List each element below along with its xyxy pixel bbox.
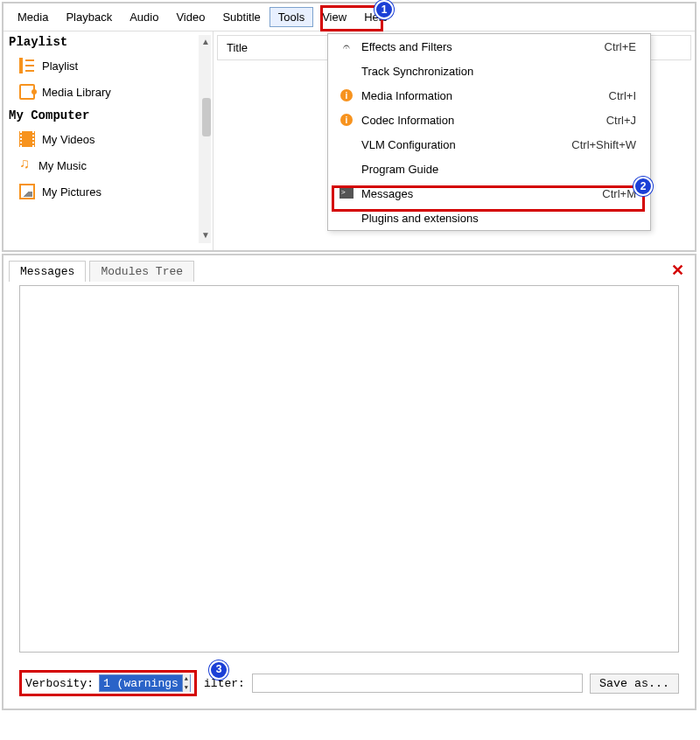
- tools-dropdown: 𝄐 Effects and Filters Ctrl+E Track Synch…: [327, 33, 651, 231]
- library-icon: [19, 84, 35, 100]
- dialog-bottom-bar: Verbosity: 1 (warnings ▲▼ 3 ilter: Save …: [4, 661, 695, 709]
- menu-media[interactable]: Media: [9, 7, 57, 27]
- scroll-down-icon[interactable]: ▼: [201, 230, 210, 240]
- tools-item-media-info[interactable]: i Media Information Ctrl+I: [328, 83, 650, 108]
- music-icon: [19, 157, 32, 173]
- blank-icon: [337, 137, 356, 151]
- menu-view[interactable]: View: [313, 7, 355, 27]
- menu-playback[interactable]: Playback: [57, 7, 121, 27]
- verbosity-label: Verbosity:: [25, 677, 94, 690]
- menu-subtitle[interactable]: Subtitle: [214, 7, 269, 27]
- verbosity-spinner[interactable]: 1 (warnings ▲▼: [99, 674, 191, 692]
- tools-item-label: Codec Information: [356, 114, 606, 127]
- sidebar-item-label: Playlist: [42, 59, 78, 73]
- tools-item-program-guide[interactable]: Program Guide: [328, 157, 650, 181]
- annotation-badge-1: 1: [374, 0, 394, 19]
- terminal-icon: [340, 188, 354, 199]
- tools-item-vlm[interactable]: VLM Configuration Ctrl+Shift+W: [328, 132, 650, 157]
- menu-tools[interactable]: Tools: [270, 7, 313, 27]
- sidebar-section-playlist: Playlist: [4, 31, 213, 52]
- tools-item-label: Media Information: [356, 89, 609, 102]
- sliders-icon: 𝄐: [337, 39, 356, 53]
- filter-input[interactable]: [252, 674, 583, 693]
- menubar: Media Playback Audio Video Subtitle Tool…: [4, 3, 695, 31]
- tools-item-label: VLM Configuration: [356, 138, 571, 151]
- sidebar-item-label: My Pictures: [42, 185, 102, 199]
- scroll-up-icon[interactable]: ▲: [201, 37, 210, 46]
- orange-info-icon: i: [340, 114, 353, 126]
- playlist-icon: [19, 58, 35, 73]
- tools-item-label: Messages: [356, 187, 602, 200]
- verbosity-value: 1 (warnings: [100, 677, 182, 690]
- scroll-thumb[interactable]: [202, 98, 211, 136]
- orange-info-icon: i: [340, 89, 353, 101]
- annotation-badge-3: 3: [209, 660, 228, 680]
- messages-dialog: Messages Modules Tree ✕ Verbosity: 1 (wa…: [2, 254, 696, 710]
- tools-item-shortcut: Ctrl+J: [606, 114, 641, 127]
- spin-up-icon[interactable]: ▲: [183, 674, 190, 683]
- sidebar-item-playlist[interactable]: Playlist: [4, 52, 213, 79]
- menu-audio[interactable]: Audio: [121, 7, 167, 27]
- sidebar-scrollbar[interactable]: ▲ ▼: [199, 35, 211, 243]
- pictures-icon: [19, 184, 35, 199]
- sidebar-item-label: My Music: [38, 159, 87, 172]
- tools-item-label: Program Guide: [356, 163, 636, 176]
- tools-item-plugins[interactable]: Plugins and extensions: [328, 206, 650, 230]
- tools-item-label: Track Synchronization: [356, 65, 636, 78]
- spin-down-icon[interactable]: ▼: [183, 683, 190, 692]
- tools-item-messages[interactable]: Messages Ctrl+M: [328, 181, 650, 206]
- sidebar-item-label: Media Library: [42, 86, 111, 99]
- tab-modules-tree[interactable]: Modules Tree: [89, 261, 194, 282]
- video-icon: [19, 131, 35, 147]
- tools-item-shortcut: Ctrl+E: [605, 40, 641, 53]
- save-as-button[interactable]: Save as...: [590, 674, 679, 694]
- tab-messages[interactable]: Messages: [9, 261, 86, 282]
- tools-item-codec-info[interactable]: i Codec Information Ctrl+J: [328, 108, 650, 132]
- filter-label: ilter:: [204, 677, 245, 690]
- sidebar-item-my-videos[interactable]: My Videos: [4, 126, 213, 152]
- menu-video[interactable]: Video: [167, 7, 214, 27]
- tools-item-effects[interactable]: 𝄐 Effects and Filters Ctrl+E: [328, 34, 650, 59]
- annotation-badge-2: 2: [634, 177, 653, 196]
- vlc-main-window: Media Playback Audio Video Subtitle Tool…: [2, 2, 696, 252]
- sidebar-item-media-library[interactable]: Media Library: [4, 79, 213, 105]
- tools-item-shortcut: Ctrl+I: [609, 89, 641, 102]
- sidebar-item-my-music[interactable]: My Music: [4, 152, 213, 178]
- tools-item-label: Effects and Filters: [356, 40, 605, 53]
- messages-log-textarea[interactable]: [19, 285, 679, 653]
- close-icon[interactable]: ✕: [671, 261, 684, 280]
- blank-icon: [337, 211, 356, 225]
- tools-item-label: Plugins and extensions: [356, 212, 636, 225]
- tools-item-track-sync[interactable]: Track Synchronization: [328, 59, 650, 83]
- tools-item-shortcut: Ctrl+Shift+W: [571, 138, 641, 151]
- sidebar-item-label: My Videos: [42, 133, 94, 146]
- blank-icon: [337, 162, 356, 176]
- blank-icon: [337, 64, 356, 78]
- sidebar: Playlist Playlist Media Library My Compu…: [4, 31, 214, 250]
- sidebar-section-my-computer: My Computer: [4, 105, 213, 126]
- tabs-bar: Messages Modules Tree ✕: [4, 255, 695, 282]
- annotation-highlight-verbosity: Verbosity: 1 (warnings ▲▼ 3: [19, 670, 197, 696]
- spinner-arrows[interactable]: ▲▼: [182, 674, 190, 692]
- sidebar-item-my-pictures[interactable]: My Pictures: [4, 178, 213, 205]
